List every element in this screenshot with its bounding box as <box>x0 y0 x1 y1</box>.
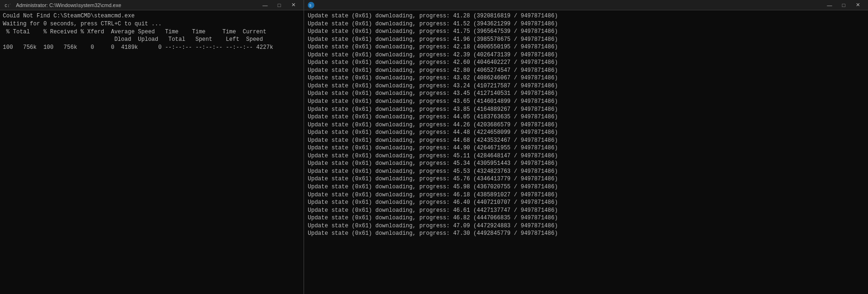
steam-line: Update state (0x61) downloading, progres… <box>308 106 864 114</box>
steam-line: Update state (0x61) downloading, progres… <box>308 51 864 59</box>
steam-line: Update state (0x61) downloading, progres… <box>308 113 864 121</box>
steam-line: Update state (0x61) downloading, progres… <box>308 214 864 222</box>
cmd-window: C:\ Administrator: C:\Windows\system32\c… <box>0 0 304 294</box>
steam-line: Update state (0x61) downloading, progres… <box>308 199 864 207</box>
cmd-title: Administrator: C:\Windows\system32\cmd.e… <box>16 2 259 8</box>
steam-content: Update state (0x61) downloading, progres… <box>304 10 868 294</box>
steam-line: Update state (0x61) downloading, progres… <box>308 12 864 20</box>
steam-line: Update state (0x61) downloading, progres… <box>308 137 864 145</box>
cmd-icon: C:\ <box>4 2 10 8</box>
steam-line: Update state (0x61) downloading, progres… <box>308 191 864 199</box>
cmd-line: 100 756k 100 756k 0 0 4189k 0 --:--:-- -… <box>3 44 301 52</box>
cmd-window-controls: — □ ✕ <box>259 1 300 9</box>
steam-line: Update state (0x61) downloading, progres… <box>308 98 864 106</box>
steam-line: Update state (0x61) downloading, progres… <box>308 160 864 168</box>
steam-window: S — □ ✕ Update state (0x61) downloading,… <box>304 0 868 294</box>
cmd-line: Could Not Find C:\SteamCMD\steamcmd.exe <box>3 12 301 20</box>
steam-minimize-button[interactable]: — <box>823 1 836 9</box>
cmd-titlebar: C:\ Administrator: C:\Windows\system32\c… <box>0 0 304 10</box>
steam-line: Update state (0x61) downloading, progres… <box>308 28 864 36</box>
cmd-maximize-button[interactable]: □ <box>273 1 286 9</box>
cmd-line: Dload Upload Total Spent Left Speed <box>3 36 301 44</box>
steam-line: Update state (0x61) downloading, progres… <box>308 144 864 152</box>
steam-line: Update state (0x61) downloading, progres… <box>308 67 864 75</box>
cmd-line: % Total % Received % Xferd Average Speed… <box>3 28 301 36</box>
steam-line: Update state (0x61) downloading, progres… <box>308 168 864 176</box>
steam-line: Update state (0x61) downloading, progres… <box>308 222 864 230</box>
steam-line: Update state (0x61) downloading, progres… <box>308 90 864 98</box>
steam-line: Update state (0x61) downloading, progres… <box>308 59 864 67</box>
steam-line: Update state (0x61) downloading, progres… <box>308 230 864 238</box>
cmd-close-button[interactable]: ✕ <box>287 1 300 9</box>
cmd-content: Could Not Find C:\SteamCMD\steamcmd.exeW… <box>0 10 304 294</box>
svg-text:C:\: C:\ <box>5 4 10 8</box>
steam-line: Update state (0x61) downloading, progres… <box>308 183 864 191</box>
steam-window-controls: — □ ✕ <box>823 1 864 9</box>
steam-line: Update state (0x61) downloading, progres… <box>308 82 864 90</box>
steam-line: Update state (0x61) downloading, progres… <box>308 175 864 183</box>
steam-maximize-button[interactable]: □ <box>837 1 850 9</box>
steam-line: Update state (0x61) downloading, progres… <box>308 43 864 51</box>
steam-line: Update state (0x61) downloading, progres… <box>308 121 864 129</box>
steam-close-button[interactable]: ✕ <box>851 1 864 9</box>
svg-text:S: S <box>309 4 312 7</box>
steam-line: Update state (0x61) downloading, progres… <box>308 36 864 44</box>
steam-titlebar: S — □ ✕ <box>304 0 868 10</box>
cmd-lines: Could Not Find C:\SteamCMD\steamcmd.exeW… <box>3 12 301 52</box>
steam-line: Update state (0x61) downloading, progres… <box>308 20 864 28</box>
steam-line: Update state (0x61) downloading, progres… <box>308 207 864 215</box>
steam-line: Update state (0x61) downloading, progres… <box>308 152 864 160</box>
steam-icon: S <box>308 2 314 8</box>
steam-titlebar-left: S <box>308 2 314 8</box>
steam-lines: Update state (0x61) downloading, progres… <box>308 12 864 238</box>
cmd-line: Waiting for 0 seconds, press CTRL+C to q… <box>3 20 301 28</box>
steam-line: Update state (0x61) downloading, progres… <box>308 74 864 82</box>
cmd-minimize-button[interactable]: — <box>259 1 272 9</box>
steam-line: Update state (0x61) downloading, progres… <box>308 129 864 137</box>
